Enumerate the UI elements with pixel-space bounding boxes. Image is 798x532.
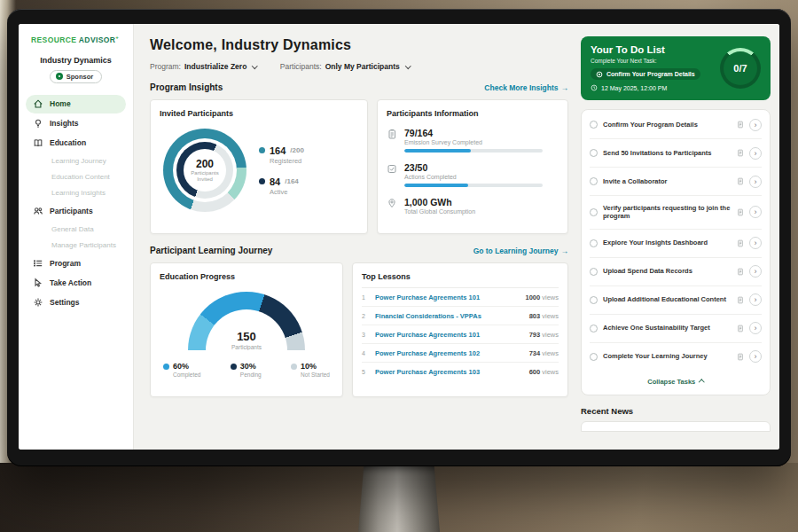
link-label: Check More Insights — [484, 83, 558, 92]
app-window: RESOURCE ADVISOR+ Industry Dynamics Spon… — [19, 24, 779, 450]
chevron-right-button[interactable]: › — [749, 147, 762, 160]
todo-task-list: Confirm Your Program Details › Send 50 I… — [581, 109, 771, 395]
lesson-row[interactable]: 1 Power Purchase Agreements 101 1000 vie… — [362, 288, 559, 307]
lesson-link[interactable]: Power Purchase Agreements 103 — [375, 368, 523, 376]
participants-select[interactable]: Participants: Only My Participants — [280, 62, 410, 71]
checkbox[interactable] — [590, 121, 598, 129]
task-row-invite-collaborator[interactable]: Invite a Collaborator › — [590, 168, 762, 196]
chevron-right-button[interactable]: › — [749, 206, 762, 218]
sponsor-badge: Sponsor — [50, 70, 102, 83]
program-select[interactable]: Program: Industrialize Zero — [150, 62, 257, 71]
checkbox[interactable] — [590, 325, 598, 332]
task-row-send-invitations[interactable]: Send 50 Invitations to Participants › — [590, 139, 762, 168]
task-row-upload-educational-content[interactable]: Upload Additional Educational Content › — [590, 286, 762, 315]
document-icon — [737, 325, 744, 332]
task-row-complete-learning-journey[interactable]: Complete Your Learning Journey › — [590, 343, 762, 371]
checkbox[interactable] — [590, 268, 598, 276]
lesson-rank: 3 — [362, 332, 369, 338]
lesson-rank: 2 — [362, 313, 369, 319]
learning-journey-header: Participant Learning Journey Go to Learn… — [150, 246, 568, 255]
chevron-right-button[interactable]: › — [749, 293, 762, 306]
legend-value: 164 — [270, 145, 286, 156]
lesson-link[interactable]: Financial Considerations - VPPAs — [375, 312, 523, 320]
logo-text-resource: RESOURCE — [31, 35, 76, 44]
legend-label: Pending — [240, 372, 262, 378]
gauge-center-label: Participants — [188, 344, 305, 350]
recent-news-title: Recent News — [581, 406, 771, 416]
main-area: Welcome, Industry Dynamics Program: Indu… — [134, 24, 581, 450]
sidebar-item-take-action[interactable]: Take Action — [26, 274, 126, 293]
sidebar-item-learning-journey[interactable]: Learning Journey — [26, 153, 126, 169]
document-icon — [737, 353, 744, 361]
chevron-right-button[interactable]: › — [749, 176, 762, 188]
sidebar-item-label: Learning Journey — [51, 157, 106, 165]
lesson-link[interactable]: Power Purchase Agreements 101 — [375, 293, 519, 301]
program-select-label: Program: — [150, 62, 181, 71]
collapse-label: Collapse Tasks — [647, 378, 695, 386]
location-pin-icon — [387, 198, 397, 209]
check-more-insights-link[interactable]: Check More Insights→ — [484, 83, 568, 92]
sidebar-item-label: Take Action — [50, 278, 91, 287]
sidebar-item-manage-participants[interactable]: Manage Participants — [26, 238, 126, 254]
sidebar-item-education-content[interactable]: Education Content — [26, 169, 126, 185]
checkbox[interactable] — [590, 296, 598, 304]
task-label: Invite a Collaborator — [603, 177, 732, 186]
lesson-link[interactable]: Power Purchase Agreements 101 — [375, 331, 523, 339]
checkbox[interactable] — [590, 353, 598, 361]
program-insights-header: Program Insights Check More Insights→ — [150, 82, 568, 92]
chevron-right-button[interactable]: › — [749, 322, 762, 334]
task-row-confirm-program[interactable]: Confirm Your Program Details › — [590, 111, 762, 139]
sidebar-item-insights[interactable]: Insights — [26, 114, 126, 133]
sidebar-item-label: Settings — [50, 298, 80, 307]
task-row-achieve-target[interactable]: Achieve One Sustainability Target › — [590, 315, 762, 343]
gauge-legend: 60% Completed 30% Pending — [160, 362, 333, 378]
checkbox[interactable] — [590, 208, 598, 216]
go-to-learning-journey-link[interactable]: Go to Learning Journey→ — [473, 246, 568, 255]
donut-chart: 200 Participants Invited — [163, 129, 246, 212]
lightbulb-icon — [33, 118, 43, 129]
sidebar-item-participants[interactable]: Participants — [26, 202, 126, 221]
section-title: Participant Learning Journey — [150, 246, 272, 255]
lesson-rank: 1 — [362, 294, 369, 301]
app-logo: RESOURCE ADVISOR+ — [19, 35, 133, 44]
lesson-row[interactable]: 4 Power Purchase Agreements 102 734 view… — [362, 344, 559, 363]
sidebar-item-home[interactable]: Home — [26, 95, 126, 113]
lesson-row[interactable]: 3 Power Purchase Agreements 101 793 view… — [362, 325, 559, 344]
participants-select-value: Only My Participants — [325, 62, 400, 71]
chevron-right-button[interactable]: › — [749, 237, 762, 249]
legend-label: Registered — [270, 157, 304, 165]
todo-progress-value: 0/7 — [733, 63, 747, 74]
task-row-upload-spend-data[interactable]: Upload Spend Data Records › — [590, 258, 762, 286]
org-name: Industry Dynamics — [19, 56, 133, 65]
card-title: Top Lessons — [362, 272, 559, 288]
checkbox[interactable] — [590, 177, 598, 185]
sidebar-item-general-data[interactable]: General Data — [26, 222, 126, 238]
clipboard-icon — [387, 129, 397, 140]
collapse-tasks-link[interactable]: Collapse Tasks — [590, 371, 762, 394]
task-row-verify-participants[interactable]: Verify participants requesting to join t… — [590, 196, 762, 230]
checkbox[interactable] — [590, 239, 598, 247]
sidebar-item-settings[interactable]: Settings — [26, 293, 126, 312]
next-task-pill[interactable]: Confirm Your Program Details — [591, 68, 700, 80]
circle-dot-icon — [596, 71, 603, 78]
sidebar-item-education[interactable]: Education — [26, 134, 126, 153]
task-row-explore-insights[interactable]: Explore Your Insights Dashboard › — [590, 230, 762, 258]
chevron-right-button[interactable]: › — [749, 119, 762, 131]
lesson-link[interactable]: Power Purchase Agreements 102 — [375, 349, 523, 357]
sponsor-icon — [56, 73, 63, 80]
todo-panel: Your To Do List Complete Your Next Task:… — [581, 24, 779, 450]
stat-label: Total Global Consumption — [404, 208, 475, 215]
sidebar-item-learning-insights[interactable]: Learning Insights — [26, 185, 126, 201]
sidebar-item-label: Participants — [50, 207, 93, 215]
checkbox[interactable] — [590, 149, 598, 157]
sidebar-item-label: Education — [50, 138, 86, 147]
chevron-right-button[interactable]: › — [749, 265, 762, 278]
chevron-right-button[interactable]: › — [749, 350, 762, 363]
lesson-row[interactable]: 2 Financial Considerations - VPPAs 803 v… — [362, 307, 559, 325]
document-icon — [737, 239, 744, 247]
sidebar-item-label: Insights — [50, 119, 79, 128]
sidebar-item-program[interactable]: Program — [26, 254, 126, 273]
clock-icon — [591, 84, 598, 91]
lesson-row[interactable]: 5 Power Purchase Agreements 103 600 view… — [362, 363, 559, 380]
task-label: Achieve One Sustainability Target — [603, 324, 732, 332]
